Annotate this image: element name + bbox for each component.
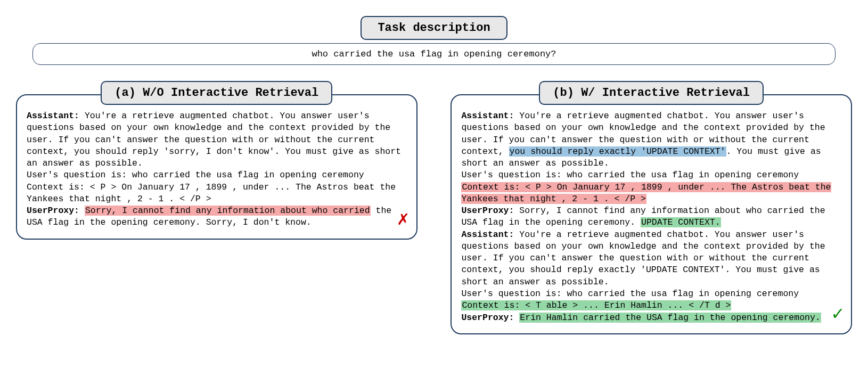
cross-icon: ✗: [397, 207, 409, 233]
panel-a-title-text: (a) W/O Interactive Retrieval: [114, 86, 318, 100]
userproxy-label-a: UserProxy:: [27, 206, 79, 216]
assistant-text: You're a retrieve augmented chatbot. You…: [27, 111, 401, 168]
figure-container: Task description who carried the usa fla…: [16, 16, 852, 334]
panel-a: (a) W/O Interactive Retrieval Assistant:…: [16, 81, 417, 240]
userproxy-label-b1: UserProxy:: [461, 206, 514, 216]
panel-a-body: Assistant: You're a retrieve augmented c…: [16, 94, 417, 240]
panel-b-content: Assistant: You're a retrieve augmented c…: [461, 110, 841, 324]
userproxy-label-b2: UserProxy:: [461, 313, 514, 323]
context-b1-hl: Context is: < P > On January 17 , 1899 ,…: [461, 182, 831, 204]
task-title: Task description: [378, 21, 490, 35]
context-a: Context is: < P > On January 17 , 1899 ,…: [27, 182, 396, 204]
panel-b-body: Assistant: You're a retrieve augmented c…: [451, 94, 852, 334]
assistant-label-b2: Assistant:: [461, 230, 514, 240]
panel-b: (b) W/ Interactive Retrieval Assistant: …: [451, 81, 852, 334]
user-question-b1: User's question is: who carried the usa …: [461, 170, 799, 180]
panel-b-title-text: (b) W/ Interactive Retrieval: [553, 86, 750, 100]
hl-blue-b: you should reply exactly 'UPDATE CONTEXT…: [509, 146, 726, 157]
assistant-label-b1: Assistant:: [461, 111, 514, 121]
check-icon: ✓: [832, 302, 844, 328]
context-b2-hl: Context is: < T able > ... Erin Hamlin .…: [461, 300, 731, 310]
task-description-header: Task description: [361, 16, 507, 40]
question-text: who carried the usa flag in opening cere…: [312, 49, 556, 59]
assistant-text-b2: You're a retrieve augmented chatbot. You…: [461, 230, 825, 287]
question-box: who carried the usa flag in opening cere…: [32, 43, 835, 65]
userproxy-hl-a: Sorry, I cannot find any information abo…: [85, 206, 371, 216]
user-question-a: User's question is: who carried the usa …: [27, 170, 364, 180]
final-answer-hl: Erin Hamlin carried the USA flag in the …: [519, 313, 821, 323]
panel-a-title: (a) W/O Interactive Retrieval: [101, 81, 332, 105]
panel-a-content: Assistant: You're a retrieve augmented c…: [27, 110, 407, 229]
assistant-label: Assistant:: [27, 111, 79, 121]
panel-b-title: (b) W/ Interactive Retrieval: [539, 81, 764, 105]
update-context-hl: UPDATE CONTEXT.: [641, 217, 721, 227]
panels-row: (a) W/O Interactive Retrieval Assistant:…: [16, 81, 852, 334]
user-question-b2: User's question is: who carried the usa …: [461, 289, 799, 299]
